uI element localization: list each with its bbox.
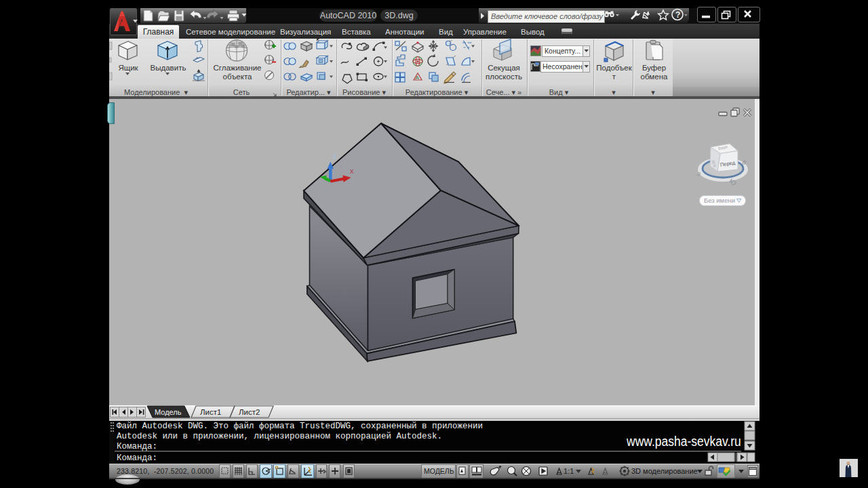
svg-text:A: A xyxy=(416,75,420,81)
svg-text:?: ? xyxy=(675,10,680,20)
svg-text:1:1: 1:1 xyxy=(564,467,574,475)
svg-text:Несохранен: Несохранен xyxy=(542,62,583,70)
svg-text:Без имени: Без имени xyxy=(704,197,735,204)
svg-text:Концепту...: Концепту... xyxy=(545,47,580,55)
svg-text:Модель: Модель xyxy=(155,408,182,416)
svg-text:z: z xyxy=(333,152,337,160)
svg-text:Лист1: Лист1 xyxy=(200,408,221,416)
svg-text:www.pasha-sevkav.ru: www.pasha-sevkav.ru xyxy=(627,434,741,449)
svg-text:3D моделирование: 3D моделирование xyxy=(631,467,698,475)
svg-text:x: x xyxy=(350,167,354,175)
svg-text:МОДЕЛЬ: МОДЕЛЬ xyxy=(424,467,454,475)
svg-text:Лист2: Лист2 xyxy=(239,408,260,416)
